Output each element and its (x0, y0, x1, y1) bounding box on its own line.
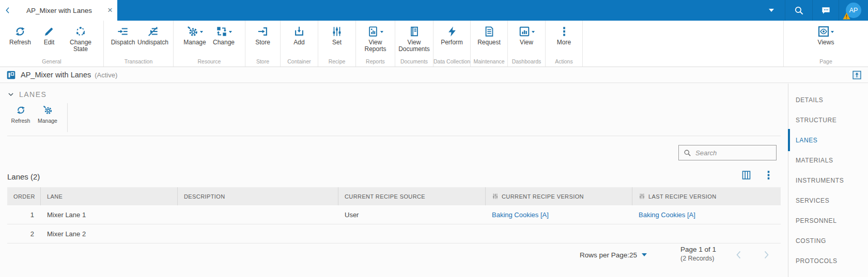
column-chooser-icon[interactable] (741, 170, 752, 181)
sidebar-item-label: STRUCTURE (796, 117, 836, 124)
tab-close-button[interactable]: × (103, 0, 117, 21)
undispatch-button[interactable]: Undispatch (137, 25, 168, 46)
column-header-current-recipe-source[interactable]: CURRENT RECIPE SOURCE (338, 187, 486, 205)
column-header-current-recipe-version[interactable]: CURRENT RECIPE VERSION (486, 187, 632, 205)
dispatch-button[interactable]: Dispatch (109, 25, 137, 46)
sidebar-item-costing[interactable]: COSTING (788, 231, 868, 251)
lanes-section-header[interactable]: LANES (7, 90, 47, 99)
sidebar-item-structure[interactable]: STRUCTURE (788, 110, 868, 130)
section-nav-sidebar: DETAILS STRUCTURE LANES MATERIALS INSTRU… (788, 84, 868, 277)
cell-current-recipe-version: Baking Cookies [A] (486, 205, 632, 224)
view-dashboards-button[interactable]: View (512, 25, 541, 46)
cell-description (178, 224, 338, 243)
sidebar-item-personnel[interactable]: PERSONNEL (788, 210, 868, 231)
tab-title[interactable]: AP_Mixer with Lanes (16, 7, 103, 14)
ribbon-toolbar: Refresh Edit Change State General Dispat… (0, 21, 868, 67)
more-button[interactable]: More (550, 25, 579, 46)
back-button[interactable] (0, 0, 16, 21)
caret-down-icon (380, 31, 383, 35)
table-row[interactable]: 1 Mixer Lane 1 User Baking Cookies [A] B… (7, 205, 781, 224)
button-label: Dispatch (111, 39, 135, 46)
button-label: View Reports (359, 39, 393, 53)
group-label: Maintenance (471, 58, 507, 64)
ribbon-group-recipe: Set Recipe (318, 21, 356, 67)
sidebar-item-protocols[interactable]: PROTOCOLS (788, 251, 868, 271)
sidebar-item-label: PERSONNEL (796, 217, 836, 224)
sliders-icon (331, 26, 343, 37)
more-options-icon[interactable] (763, 170, 774, 181)
caret-down-icon (831, 31, 834, 35)
column-header-lane[interactable]: LANE (41, 187, 178, 205)
view-reports-button[interactable]: View Reports (359, 25, 393, 53)
store-button[interactable]: Store (249, 25, 277, 46)
avatar-initials: AP (849, 7, 858, 14)
page-title: AP_Mixer with Lanes (21, 71, 91, 79)
column-header-order[interactable]: ORDER (7, 187, 41, 205)
manage-button[interactable]: Manage (180, 25, 209, 46)
column-header-description[interactable]: DESCRIPTION (178, 187, 338, 205)
cell-current-recipe-source: User (338, 205, 486, 224)
perform-button[interactable]: Perform (438, 25, 467, 46)
recipe-link[interactable]: Baking Cookies [A] (639, 211, 695, 219)
lanes-refresh-button[interactable]: Refresh (7, 103, 34, 132)
request-document-icon (484, 26, 495, 37)
gear-wrench-icon (187, 26, 198, 37)
view-documents-button[interactable]: View Documents (397, 25, 431, 53)
button-label: Refresh (9, 39, 31, 46)
lanes-manage-button[interactable]: Manage (34, 103, 61, 132)
sidebar-item-details[interactable]: DETAILS (788, 90, 868, 110)
collapse-panel-button[interactable] (853, 71, 861, 79)
rows-per-page-label: Rows per Page: (580, 251, 629, 259)
search-input[interactable] (695, 149, 768, 157)
ribbon-group-general: Refresh Edit Change State General (0, 21, 104, 67)
add-to-container-icon (293, 26, 305, 37)
report-document-icon (367, 26, 379, 37)
page-info: Page 1 of 1 (2 Records) (680, 246, 716, 262)
global-search-button[interactable] (785, 0, 812, 21)
book-icon (409, 26, 420, 37)
sidebar-item-label: DETAILS (796, 96, 823, 104)
ribbon-group-maintenance: Request Maintenance (471, 21, 508, 67)
sidebar-item-materials[interactable]: MATERIALS (788, 150, 868, 170)
main-content: LANES Refresh Manage Lanes (2) ORDER (0, 84, 788, 277)
more-dots-icon (559, 26, 570, 37)
sidebar-item-services[interactable]: SERVICES (788, 190, 868, 210)
edit-button[interactable]: Edit (35, 25, 64, 53)
next-page-button[interactable] (761, 250, 771, 260)
group-label: Dashboards (508, 58, 545, 64)
caret-down-icon (200, 31, 203, 35)
caret-down-icon (769, 9, 774, 14)
button-label: View Documents (397, 39, 431, 53)
sidebar-item-instruments[interactable]: INSTRUMENTS (788, 170, 868, 190)
table-row[interactable]: 2 Mixer Lane 2 (7, 224, 781, 243)
column-label: LANE (47, 193, 63, 200)
group-label: Page (784, 58, 868, 64)
user-menu-button[interactable]: AP (839, 0, 868, 21)
column-label: ORDER (13, 193, 35, 200)
column-header-last-recipe-version[interactable]: LAST RECIPE VERSION (632, 187, 781, 205)
sidebar-item-label: PROTOCOLS (796, 257, 838, 265)
cell-lane: Mixer Lane 2 (41, 224, 178, 243)
views-button[interactable]: Views (812, 25, 841, 46)
request-button[interactable]: Request (475, 25, 504, 46)
change-state-button[interactable]: Change State (64, 25, 98, 53)
topbar-dropdown-button[interactable] (758, 0, 785, 21)
table-header-row: ORDER LANE DESCRIPTION CURRENT RECIPE SO… (7, 187, 781, 205)
column-label: CURRENT RECIPE SOURCE (345, 193, 425, 200)
lightning-bolt-icon (446, 26, 458, 37)
change-button[interactable]: Change (209, 25, 238, 46)
recipe-link[interactable]: Baking Cookies [A] (492, 211, 549, 219)
messages-button[interactable] (813, 0, 839, 21)
set-button[interactable]: Set (322, 25, 351, 46)
sidebar-item-label: LANES (796, 137, 817, 144)
ribbon-group-store: Store Store (245, 21, 281, 67)
rows-per-page-control[interactable]: Rows per Page:25 (580, 251, 647, 259)
add-button[interactable]: Add (285, 25, 314, 46)
refresh-button[interactable]: Refresh (6, 25, 35, 53)
column-label: DESCRIPTION (184, 193, 225, 200)
previous-page-button[interactable] (734, 250, 744, 260)
sidebar-item-lanes[interactable]: LANES (788, 130, 868, 150)
group-label: Recipe (318, 58, 355, 64)
cell-description (178, 205, 338, 224)
cell-lane: Mixer Lane 1 (41, 205, 178, 224)
